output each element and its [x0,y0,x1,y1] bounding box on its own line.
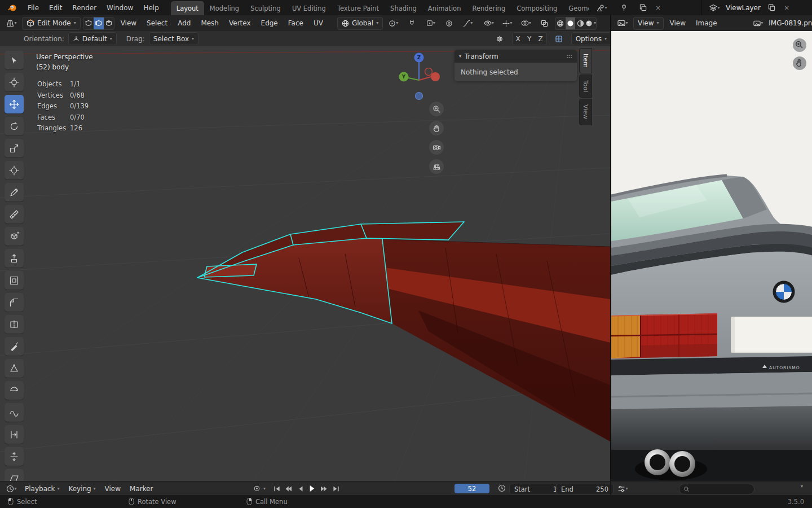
sidebar-tab-tool[interactable]: Tool [579,75,592,98]
proportional-falloff-dropdown[interactable]: ▾ [460,17,476,29]
image-mode-dropdown[interactable]: View ▾ [633,17,664,30]
timeline-editor-type-button[interactable]: ▾ [3,483,20,494]
vertex-select-icon[interactable] [83,17,94,29]
frame-start-field[interactable]: Start1 [509,484,562,494]
orientation-dropdown[interactable]: Global ▾ [337,17,383,30]
photo-zoom-in-icon[interactable] [793,38,806,52]
tab-layout[interactable]: Layout [171,1,204,15]
scene-browse-button[interactable]: ▾ [594,2,610,14]
vp-menu-uv[interactable]: UV [310,15,327,31]
new-viewlayer-icon[interactable] [764,2,780,14]
editor-type-button[interactable]: ▾ [3,17,20,29]
editor-divider[interactable] [610,481,611,496]
auto-key-button[interactable] [251,483,262,494]
gizmos-dropdown[interactable]: ▾ [499,17,515,29]
orthographic-toggle-button[interactable] [429,159,444,174]
menu-file[interactable]: File [23,0,44,15]
proportional-edit-button[interactable] [441,17,457,29]
image-name[interactable]: IMG-0819.png [769,19,812,27]
wireframe-shading-icon[interactable] [555,17,566,29]
pan-button[interactable] [429,121,444,135]
tab-rendering[interactable]: Rendering [466,1,511,15]
playback-menu[interactable]: Playback ▾ [21,481,63,496]
tool-cursor-button[interactable] [5,73,24,91]
viewlayer-name[interactable]: ViewLayer [726,4,761,12]
pivot-point-dropdown[interactable]: ▾ [385,17,401,29]
tool-poly-build-button[interactable] [5,359,24,378]
menu-render[interactable]: Render [67,0,102,15]
drag-dots-icon[interactable] [566,54,572,59]
vp-menu-edge[interactable]: Edge [257,15,282,31]
menu-edit[interactable]: Edit [44,0,67,15]
mirror-x-button[interactable]: X [513,33,524,45]
auto-key-dropdown-icon[interactable]: ▾ [263,487,266,491]
overlays-dropdown[interactable]: ▾ [518,17,534,29]
img-menu-image[interactable]: Image [692,15,721,31]
sidebar-tab-view[interactable]: View [579,99,592,125]
xray-toggle-button[interactable] [536,17,553,29]
drag-mode-dropdown[interactable]: Select Box ▾ [149,32,198,45]
remove-viewlayer-icon[interactable]: × [783,4,791,12]
tool-measure-button[interactable] [5,205,24,224]
mode-dropdown[interactable]: Edit Mode ▾ [22,17,81,30]
snap-grid-button[interactable] [551,33,567,45]
viewport-3d[interactable]: User Perspective (52) body Objects1/1 Ve… [0,46,610,481]
collapse-chevron-icon[interactable]: ▾ [801,484,803,489]
vp-menu-select[interactable]: Select [143,15,171,31]
prev-keyframe-button[interactable] [283,483,294,494]
menu-window[interactable]: Window [102,0,138,15]
vp-menu-mesh[interactable]: Mesh [197,15,223,31]
tool-edge-slide-button[interactable] [5,425,24,444]
tool-annotate-button[interactable] [5,183,24,202]
tab-texture-paint[interactable]: Texture Paint [332,1,385,15]
search-box[interactable] [679,484,754,494]
image-editor-type-button[interactable]: ▾ [615,17,631,29]
sidebar-tab-item[interactable]: Item [579,48,592,73]
marker-menu[interactable]: Marker [126,481,157,496]
navigation-gizmo[interactable]: Z Y [396,50,444,104]
jump-to-end-button[interactable] [330,483,341,494]
orientation-default-dropdown[interactable]: Default ▾ [68,32,117,45]
keying-menu[interactable]: Keying ▾ [64,481,99,496]
img-menu-view[interactable]: View [666,15,690,31]
viewlayer-icon[interactable]: ▾ [707,2,723,14]
solid-shading-icon[interactable] [566,17,576,29]
tool-rotate-button[interactable] [5,117,24,135]
pin-icon[interactable] [616,2,632,14]
next-keyframe-button[interactable] [319,483,329,494]
vp-menu-view[interactable]: View [117,15,140,31]
browser-editor-type-button[interactable]: ▾ [615,483,631,494]
vp-menu-add[interactable]: Add [174,15,195,31]
rendered-shading-icon[interactable]: ▾ [585,17,596,29]
tab-uv-editing[interactable]: UV Editing [286,1,332,15]
edge-select-icon[interactable] [94,17,104,29]
transform-panel-header[interactable]: ▾ Transform [454,50,577,63]
tool-transform-button[interactable] [5,161,24,179]
play-reverse-button[interactable] [295,483,306,494]
tool-loop-cut-button[interactable] [5,315,24,334]
camera-view-button[interactable] [429,140,444,155]
tab-modeling[interactable]: Modeling [204,1,245,15]
snap-settings-dropdown[interactable]: ▾ [422,17,439,29]
mirror-y-button[interactable]: Y [524,33,535,45]
tab-animation[interactable]: Animation [422,1,467,15]
jump-to-start-button[interactable] [271,483,282,494]
tab-compositing[interactable]: Compositing [511,1,563,15]
tool-bevel-button[interactable] [5,293,24,312]
vp-menu-face[interactable]: Face [284,15,307,31]
current-frame-field[interactable]: 52 [454,484,489,493]
tool-tweak-select-button[interactable] [5,51,24,69]
mirror-z-button[interactable]: Z [535,33,546,45]
play-button[interactable] [307,483,317,494]
blender-menu-button[interactable] [2,0,23,15]
photo-pan-icon[interactable] [793,56,806,70]
options-dropdown[interactable]: Options ▾ [571,32,611,45]
tool-knife-button[interactable] [5,337,24,356]
unlink-scene-icon[interactable]: × [654,4,662,12]
tab-shading[interactable]: Shading [385,1,422,15]
zoom-button[interactable] [429,102,444,116]
tool-extrude-button[interactable] [5,249,24,268]
tool-add-cube-button[interactable] [5,227,24,246]
search-input[interactable] [692,485,740,493]
menu-help[interactable]: Help [138,0,164,15]
